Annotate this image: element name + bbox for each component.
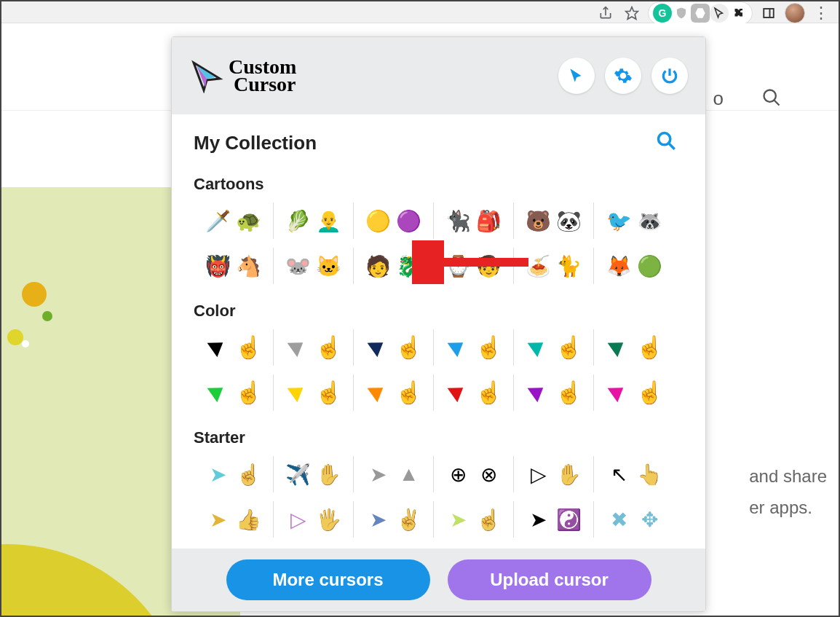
cursor-birds[interactable]: 🐦🦝: [594, 203, 674, 239]
svg-point-5: [659, 133, 670, 145]
cursor-crosshair[interactable]: ⊕⊗: [434, 456, 514, 492]
browser-toolbar: G ⋮: [0, 0, 840, 23]
shield-ext-icon[interactable]: [672, 4, 691, 23]
cursor-pixel[interactable]: ↖👆: [594, 456, 674, 492]
more-cursors-button[interactable]: More cursors: [226, 559, 430, 600]
cursor-color-11[interactable]: ☝: [594, 374, 674, 411]
noscript-ext-icon[interactable]: [691, 4, 710, 23]
cursor-minions[interactable]: 🟡🟣: [354, 203, 434, 239]
extensions-pill: G: [648, 1, 753, 25]
cursor-rainbow[interactable]: ▷🖐️: [274, 501, 354, 538]
cursor-stripe[interactable]: ➤✌️: [354, 501, 434, 538]
cursor-stone[interactable]: ➤▲: [354, 456, 434, 492]
logo-text: Custom Cursor: [229, 58, 296, 93]
svg-marker-0: [626, 7, 638, 20]
cursor-color-1[interactable]: ☝: [274, 329, 354, 366]
popup-header: Custom Cursor: [172, 37, 705, 114]
cursor-color-3[interactable]: ☝: [434, 329, 514, 366]
section-color-label: Color: [194, 302, 676, 321]
cursor-shrek[interactable]: 👹🐴: [194, 248, 274, 284]
puzzle-ext-icon[interactable]: [729, 4, 748, 23]
cursor-grinch[interactable]: 🦊🟢: [594, 248, 674, 284]
bg-text: and share er apps.: [749, 460, 827, 523]
svg-rect-1: [764, 9, 774, 17]
svg-line-4: [774, 101, 780, 106]
cartoons-grid: 🗡️🐢 🥬👨‍🦲 🟡🟣 🐈‍⬛🎒 🐻🐼 🐦🦝 👹🐴 🐭🐱 🧑🐉 ⌚🧒 🍝🐈 🦊🟢: [194, 203, 676, 293]
upload-cursor-button[interactable]: Upload cursor: [448, 559, 651, 600]
kebab-icon[interactable]: ⋮: [808, 3, 834, 23]
cursor-color-5[interactable]: ☝: [594, 329, 674, 366]
cursor-felix[interactable]: 🐈‍⬛🎒: [434, 203, 514, 239]
starter-grid: ➤☝️ ✈️✋ ➤▲ ⊕⊗ ▷✋ ↖👆 ➤👍 ▷🖐️ ➤✌️ ➤☝️ ➤☯️ ✖…: [194, 456, 676, 541]
search-cursors-button[interactable]: [656, 130, 676, 156]
cursor-bolt[interactable]: ➤☝️: [434, 501, 514, 538]
logo: Custom Cursor: [189, 58, 296, 93]
cursor-popeye[interactable]: 🥬👨‍🦲: [274, 203, 354, 239]
bg-letter: o: [713, 87, 724, 110]
cursor-color-10[interactable]: ☝: [514, 374, 594, 411]
cursor-yinyang[interactable]: ➤☯️: [514, 501, 594, 538]
share-icon[interactable]: [593, 3, 619, 23]
cursor-color-6[interactable]: ☝: [194, 374, 274, 411]
cursor-color-4[interactable]: ☝: [514, 329, 594, 366]
cursor-bears[interactable]: 🐻🐼: [514, 203, 594, 239]
cursor-garfield[interactable]: 🍝🐈: [514, 248, 594, 284]
cursor-tom-jerry[interactable]: 🐭🐱: [274, 248, 354, 284]
bg-search-icon[interactable]: [761, 87, 782, 111]
cursor-color-2[interactable]: ☝: [354, 329, 434, 366]
cursor-color-8[interactable]: ☝: [354, 374, 434, 411]
section-starter-label: Starter: [194, 428, 676, 447]
cursor-tmnt[interactable]: 🗡️🐢: [194, 203, 274, 239]
avatar-icon[interactable]: [782, 3, 808, 23]
svg-line-6: [669, 144, 675, 149]
grammarly-ext-icon[interactable]: G: [653, 4, 672, 23]
section-cartoons-label: Cartoons: [194, 175, 676, 194]
svg-point-3: [764, 90, 776, 102]
star-icon[interactable]: [619, 3, 645, 23]
cursor-ice[interactable]: ✖✥: [594, 501, 674, 538]
settings-button[interactable]: [605, 58, 641, 94]
cursor-color-7[interactable]: ☝: [274, 374, 354, 411]
cursor-ben10[interactable]: ⌚🧒: [434, 248, 514, 284]
extension-popup: Custom Cursor My Collection: [171, 36, 706, 612]
cursor-paper-plane[interactable]: ✈️✋: [274, 456, 354, 492]
cursor-emoji[interactable]: ➤👍: [194, 501, 274, 538]
cursor-dragon[interactable]: 🧑🐉: [354, 248, 434, 284]
custom-cursor-ext-icon[interactable]: [710, 4, 729, 23]
color-grid: ☝☝☝☝☝☝☝☝☝☝☝☝: [194, 329, 676, 420]
popup-footer: More cursors Upload cursor: [172, 549, 705, 611]
cursor-aqua[interactable]: ➤☝️: [194, 456, 274, 492]
sidepanel-icon[interactable]: [756, 3, 782, 23]
cursor-select-button[interactable]: [558, 58, 595, 94]
cursor-outline[interactable]: ▷✋: [514, 456, 594, 492]
power-button[interactable]: [651, 58, 688, 94]
cursor-color-9[interactable]: ☝: [434, 374, 514, 411]
collection-title: My Collection: [194, 132, 317, 154]
cursor-color-0[interactable]: ☝: [194, 329, 274, 366]
